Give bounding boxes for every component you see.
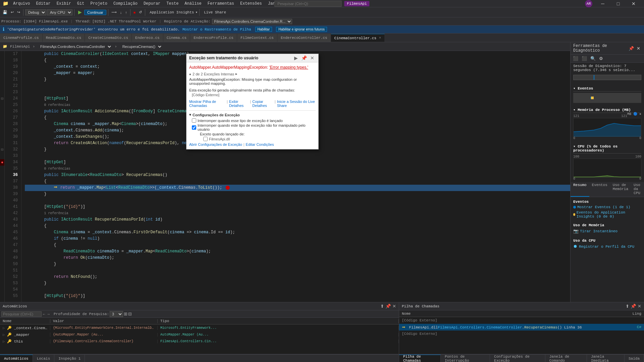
exception-dialog[interactable]: Exceção sem tratamento do usuário ▶ 📌 ✕ … [186, 54, 319, 149]
step-out-btn[interactable]: ↑ [124, 10, 128, 15]
enable-btn[interactable]: Habilitar [255, 27, 272, 32]
fold-16[interactable]: ⊟ [0, 146, 4, 153]
enable-ignore-btn[interactable]: Habilitar e ignorar erros futuros [276, 27, 327, 32]
diag-pin-btn[interactable]: 📌 [628, 45, 635, 52]
show-stack-link[interactable]: Mostrar o Rastreamento de Pilha [182, 27, 251, 32]
diag-tab-eventos[interactable]: Eventos [589, 182, 610, 197]
menu-ferramentas[interactable]: Ferramentas [205, 1, 237, 7]
ex-live-share-link[interactable]: Inicie a Sessão do Live Share [277, 100, 316, 108]
tab-createcinemadto[interactable]: CreateCinemaDto.cs [85, 34, 132, 42]
ex-close-btn[interactable]: ✕ [309, 55, 316, 61]
tab-locais[interactable]: Locais [33, 355, 55, 362]
cs-row-main[interactable]: ⮕ FilmesApi.dllFilmesApi.Controllers.Cin… [399, 324, 644, 330]
step-into-btn[interactable]: ↓ [119, 10, 123, 15]
auto-collapse-all-btn[interactable]: ⊟ [128, 311, 132, 316]
auto-search-back-btn[interactable]: ← [42, 312, 46, 316]
step-over-btn[interactable]: ⟶ [110, 9, 118, 15]
tab-breakpoints[interactable]: Pontos de Interrupção [441, 355, 490, 362]
tab-cinemacontroller[interactable]: CinemaController.cs × [331, 34, 385, 42]
diag-icon2[interactable]: ⬛ [581, 55, 588, 62]
ex-show-stack-link[interactable]: Mostrar Pilha de Chamadas [189, 100, 225, 108]
play-btn[interactable]: ▶ [76, 9, 84, 15]
debug-mode-select[interactable]: Debug [25, 9, 46, 15]
ex-copy-details-link[interactable]: Copiar Detalhes [252, 100, 273, 108]
stop-btn[interactable]: ■ [132, 10, 137, 15]
auto-search-fwd-btn[interactable]: → [47, 312, 50, 316]
menu-extensoes[interactable]: Extensões [237, 1, 265, 7]
menu-depurar[interactable]: Depurar [141, 1, 163, 7]
continue-btn[interactable]: Continuar [84, 10, 106, 15]
auto-close-btn[interactable]: ✕ [392, 304, 396, 309]
diag-tab-resumo[interactable]: Resumo [571, 182, 589, 197]
tab-cinema[interactable]: Cinema.cs [163, 34, 190, 42]
show-events-link[interactable]: Mostrar Eventos (1 de 1) [577, 205, 630, 209]
tab-cmd-window[interactable]: Janela de Comando [545, 355, 587, 362]
tab-pilha[interactable]: Pilha de Chamadas [399, 355, 441, 362]
menu-projeto[interactable]: Projeto [88, 1, 110, 7]
menu-arquivo[interactable]: Arquivo [10, 1, 33, 7]
menu-editar[interactable]: Editar [33, 1, 53, 7]
tab-close-icon[interactable]: × [379, 36, 381, 40]
expand-this-icon[interactable]: ▷ [3, 340, 5, 344]
ex-error-link[interactable]: AutoMapper.AutoMapperMappingException: '… [189, 65, 308, 70]
auto-expand-all-btn[interactable]: ⊞ [124, 311, 127, 316]
maximize-button[interactable]: □ [610, 0, 626, 7]
ex-open-config-link[interactable]: Abrir Configurações de Exceção [189, 142, 242, 146]
tab-immediate[interactable]: Janela Imediata [587, 355, 625, 362]
menu-git[interactable]: Git [74, 1, 87, 7]
tab-enderecopro[interactable]: EnderecoProfile.cs [190, 34, 237, 42]
ex-pin-btn[interactable]: 📌 [300, 55, 308, 61]
cs-pin-btn[interactable]: 📌 [631, 304, 636, 309]
ex-play-btn[interactable]: ▶ [293, 55, 299, 61]
tab-automaticos[interactable]: Automáticos [0, 355, 33, 362]
namespace-select[interactable]: FilmesApi.Controllers.CinemaController [38, 44, 112, 49]
ex-check2[interactable] [192, 125, 196, 130]
tab-inspecao[interactable]: Inspeção 1 [54, 355, 85, 362]
ex-dll-check[interactable] [203, 137, 208, 141]
tab-output[interactable]: Saída [625, 355, 644, 362]
expand-mapper-icon[interactable]: ▷ [3, 333, 5, 337]
tab-readcinemadto[interactable]: ReadCinemaDto.cs [43, 34, 85, 42]
auto-pin-btn[interactable]: 📌 [385, 304, 391, 309]
ex-edit-conditions-link[interactable]: Editar Condições [246, 142, 274, 146]
redo-btn[interactable]: ↪ [16, 9, 21, 15]
ex-check1[interactable] [192, 118, 196, 123]
auto-search-input[interactable] [1, 311, 42, 317]
cs-expand-btn[interactable]: ⬆ [626, 304, 629, 309]
minimize-button[interactable]: ─ [595, 0, 610, 7]
snapshot-link[interactable]: Tirar Instantâneo [580, 229, 618, 233]
diag-icon3[interactable]: 🔍 [589, 55, 597, 62]
menu-analise[interactable]: Análise [182, 1, 204, 7]
method-select[interactable]: RecuperaCinemas() [120, 44, 162, 49]
search-input[interactable] [274, 1, 341, 7]
diag-title: Ferramentas de Diagnóstico 📌 ✕ [571, 42, 644, 55]
diag-icon4[interactable]: ⚙ [598, 55, 604, 62]
activation-select[interactable]: FilmesApi.Controllers.CinemaController.R… [212, 19, 292, 24]
tab-exception-config[interactable]: Configurações de Exceção [490, 355, 545, 362]
diag-icon1[interactable]: ⬛ [572, 55, 579, 62]
menu-teste[interactable]: Teste [164, 1, 181, 7]
app-insights-events-link[interactable]: Eventos do Application Insights (0 de 0) [577, 210, 641, 219]
platform-select[interactable]: Any CPU [47, 9, 72, 15]
auto-expand-btn[interactable]: ⬆ [380, 304, 384, 309]
restart-btn[interactable]: ↺ [138, 9, 143, 15]
undo-btn[interactable]: ↩ [9, 9, 15, 15]
tab-cinemaprofile[interactable]: CinemaProfile.cs [0, 34, 43, 42]
expand-context-icon[interactable]: ▷ [3, 326, 5, 330]
diag-tab-memory[interactable]: Uso de Memória [610, 182, 631, 197]
ex-show-details-link[interactable]: Exibir Detalhes [229, 100, 249, 108]
diag-close-btn[interactable]: ✕ [636, 45, 641, 52]
close-button[interactable]: ✕ [626, 0, 641, 7]
diag-tab-cpu[interactable]: Uso da CPU [631, 182, 644, 197]
tab-filmecontext[interactable]: FilmeContext.cs [237, 34, 277, 42]
menu-compilacao[interactable]: Compilação [111, 1, 140, 7]
tab-endereco[interactable]: Endereco.cs [132, 34, 163, 42]
fold-8[interactable]: ⊟ [0, 96, 4, 102]
cs-close-btn[interactable]: ✕ [638, 304, 641, 309]
menu-exibir[interactable]: Exibir [54, 1, 74, 7]
cpu-profile-link[interactable]: Registrar o Perfil da CPU [579, 245, 634, 249]
save-btn[interactable]: 💾 [1, 9, 9, 15]
breakpoint-marker[interactable]: ● [0, 159, 4, 166]
depth-select[interactable]: 3 [110, 311, 123, 317]
tab-enderecocontroller[interactable]: EnderecoController.cs [277, 34, 331, 42]
